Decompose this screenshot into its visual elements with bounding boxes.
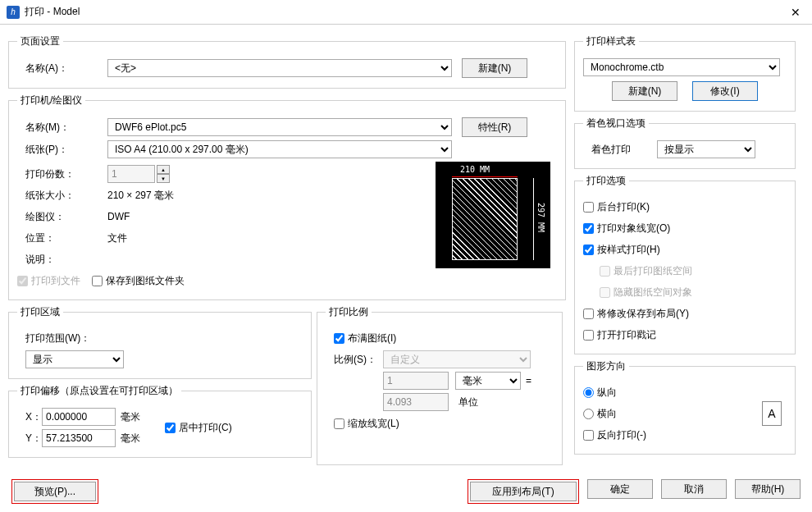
scale-lineweight-checkbox[interactable]: 缩放线宽(L) (334, 417, 399, 431)
copies-down-icon[interactable]: ▼ (157, 174, 170, 183)
shade-select[interactable]: 按显示 (657, 140, 755, 158)
upside-down-checkbox[interactable]: 反向打印(-) (583, 428, 646, 442)
offset-y-unit: 毫米 (121, 432, 140, 446)
scale-select: 自定义 (383, 350, 531, 368)
style-table-group: 打印样式表 Monochrome.ctb 新建(N) 修改(I) (574, 34, 796, 112)
plot-options-legend: 打印选项 (583, 174, 629, 188)
orientation-icon: A (762, 401, 782, 426)
apply-to-layout-button[interactable]: 应用到布局(T) (470, 482, 577, 501)
save-to-layout-checkbox[interactable]: 将修改保存到布局(Y) (583, 307, 689, 321)
plotter-value: DWF (107, 211, 130, 222)
shade-label: 着色打印 (583, 143, 657, 157)
plot-area-group: 打印区域 打印范围(W)： 显示 (8, 305, 312, 379)
printer-name-label: 名称(M)： (17, 121, 107, 135)
printer-legend: 打印机/绘图仪 (17, 94, 85, 107)
offset-y-input[interactable] (42, 429, 116, 447)
scale-denominator-input (383, 393, 449, 411)
print-to-file-checkbox: 打印到文件 (17, 274, 80, 288)
fit-to-paper-checkbox[interactable]: 布满图纸(I) (334, 331, 396, 345)
offset-x-unit: 毫米 (121, 410, 140, 424)
plotter-label: 绘图仪： (17, 210, 107, 224)
plot-stamp-checkbox[interactable]: 打开打印戳记 (583, 328, 656, 342)
offset-y-label: Y： (17, 432, 42, 446)
style-modify-button[interactable]: 修改(I) (692, 81, 758, 101)
lineweights-checkbox[interactable]: 打印对象线宽(O) (583, 222, 670, 235)
pagesetup-name-label: 名称(A)： (17, 62, 107, 75)
copies-input[interactable] (107, 165, 155, 183)
paper-preview: 210 MM 297 MM (436, 162, 550, 268)
bottom-bar: 预览(P)... 应用到布局(T) 确定 取消 帮助(H) (0, 474, 812, 509)
equals-label: = (526, 375, 531, 386)
plot-range-label: 打印范围(W)： (17, 331, 90, 345)
save-to-folder-checkbox[interactable]: 保存到图纸文件夹 (92, 274, 185, 288)
landscape-radio[interactable]: 横向 (583, 407, 617, 421)
desc-label: 说明： (17, 253, 107, 267)
copies-up-icon[interactable]: ▲ (157, 165, 170, 174)
copies-label: 打印份数： (17, 167, 107, 181)
close-icon[interactable]: ✕ (786, 6, 805, 19)
printer-group: 打印机/绘图仪 名称(M)： DWF6 ePlot.pc5 特性(R) 纸张(P… (8, 94, 566, 300)
style-table-select[interactable]: Monochrome.ctb (583, 58, 780, 76)
preview-button[interactable]: 预览(P)... (14, 482, 96, 501)
plot-offset-legend: 打印偏移（原点设置在可打印区域） (17, 384, 181, 398)
orientation-group: 图形方向 纵向 横向 反向打印(-) A (574, 359, 796, 455)
titlebar: h 打印 - Model ✕ (0, 0, 812, 25)
plot-styles-checkbox[interactable]: 按样式打印(H) (583, 243, 660, 257)
page-setup-legend: 页面设置 (17, 34, 63, 48)
hide-ps-checkbox: 隐藏图纸空间对象 (600, 286, 692, 299)
bg-plot-checkbox[interactable]: 后台打印(K) (583, 200, 650, 214)
dim-width: 210 MM (460, 165, 490, 174)
style-table-legend: 打印样式表 (583, 34, 639, 48)
paper-label: 纸张(P)： (17, 143, 107, 157)
plot-range-select[interactable]: 显示 (25, 350, 124, 368)
shade-viewport-legend: 着色视口选项 (583, 117, 649, 130)
page-setup-group: 页面设置 名称(A)： <无> 新建(N) (8, 34, 566, 89)
paper-select[interactable]: ISO A4 (210.00 x 297.00 毫米) (107, 140, 452, 158)
orientation-legend: 图形方向 (583, 359, 629, 373)
location-value: 文件 (107, 231, 127, 245)
scale-unit-select[interactable]: 毫米 (455, 372, 521, 390)
style-new-button[interactable]: 新建(N) (612, 81, 677, 101)
shade-viewport-group: 着色视口选项 着色打印 按显示 (574, 117, 796, 169)
offset-x-label: X： (17, 410, 42, 424)
portrait-radio[interactable]: 纵向 (583, 386, 617, 400)
plot-scale-group: 打印比例 布满图纸(I) 比例(S)： 自定义 毫米 = (317, 305, 563, 465)
center-plot-checkbox[interactable]: 居中打印(C) (165, 421, 232, 435)
window-title: 打印 - Model (25, 5, 786, 19)
scale-label: 比例(S)： (326, 353, 383, 367)
cancel-button[interactable]: 取消 (661, 479, 727, 499)
location-label: 位置： (17, 231, 107, 245)
scale-numerator-input (383, 372, 449, 390)
size-value: 210 × 297 毫米 (107, 189, 174, 203)
pagesetup-name-select[interactable]: <无> (107, 59, 452, 77)
size-label: 纸张大小： (17, 189, 107, 203)
plot-area-legend: 打印区域 (17, 305, 63, 319)
paperspace-last-checkbox: 最后打印图纸空间 (600, 264, 692, 278)
dim-height: 297 MM (536, 203, 545, 232)
printer-name-select[interactable]: DWF6 ePlot.pc5 (107, 118, 452, 136)
pagesetup-new-button[interactable]: 新建(N) (462, 58, 527, 78)
printer-properties-button[interactable]: 特性(R) (462, 117, 527, 137)
unit-label: 单位 (458, 395, 478, 409)
plot-scale-legend: 打印比例 (326, 305, 372, 319)
offset-x-input[interactable] (42, 408, 116, 426)
help-button[interactable]: 帮助(H) (735, 479, 801, 499)
app-icon: h (7, 6, 20, 19)
plot-options-group: 打印选项 后台打印(K) 打印对象线宽(O) 按样式打印(H) 最后打印图纸空间… (574, 174, 796, 354)
plot-offset-group: 打印偏移（原点设置在可打印区域） X： 毫米 Y： 毫米 (8, 384, 312, 458)
ok-button[interactable]: 确定 (587, 479, 653, 499)
